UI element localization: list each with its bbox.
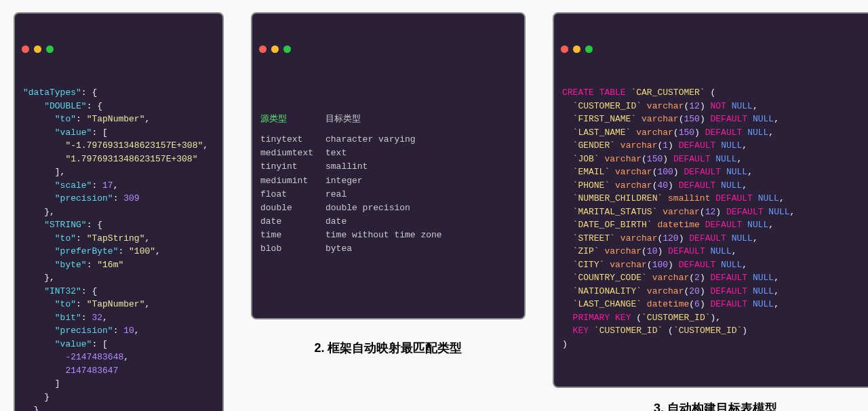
table-row: timetime without time zone [260,229,454,242]
column-1: "dataTypes": { "DOUBLE": { "to": "TapNum… [14,12,224,411]
close-icon [22,45,29,53]
table-row: tinytextcharacter varying [260,133,454,146]
code-body-3: CREATE TABLE `CAR_CUSTOMER` ( `CUSTOMER_… [554,82,868,360]
src-type: tinyint [260,160,326,174]
table-row: blobbytea [260,242,454,256]
table-row: datedate [260,215,454,229]
col-target-header: 目标类型 [326,113,454,133]
code-body-1: "dataTypes": { "DOUBLE": { "to": "TapNum… [15,82,222,411]
window-chrome [252,40,524,56]
src-type: date [260,215,326,229]
dst-type: time without time zone [326,229,454,242]
dst-type: character varying [326,133,454,146]
dst-type: text [326,146,454,160]
table-row: mediumtexttext [260,146,454,160]
column-2: 源类型 目标类型 tinytextcharacter varyingmedium… [251,12,526,356]
src-type: double [260,201,326,215]
close-icon [561,45,568,53]
caption-3: 3. 自动构建目标表模型 [654,400,777,411]
zoom-icon [283,45,291,53]
dst-type: real [326,188,454,201]
src-type: mediumtext [260,146,326,160]
code-window-1: "dataTypes": { "DOUBLE": { "to": "TapNum… [14,12,224,411]
code-window-2: 源类型 目标类型 tinytextcharacter varyingmedium… [251,12,526,319]
window-chrome [554,40,868,56]
zoom-icon [585,45,593,53]
close-icon [259,45,267,53]
col-source-header: 源类型 [260,113,326,133]
type-mapping-table: 源类型 目标类型 tinytextcharacter varyingmedium… [260,113,454,256]
window-chrome [15,40,222,56]
src-type: tinytext [260,133,326,146]
minimize-icon [271,45,279,53]
dst-type: bytea [326,242,454,256]
caption-2: 2. 框架自动映射最匹配类型 [314,340,462,356]
src-type: blob [260,242,326,256]
src-type: time [260,229,326,242]
dst-type: date [326,215,454,229]
layout-row: "dataTypes": { "DOUBLE": { "to": "TapNum… [0,0,868,411]
code-window-3: CREATE TABLE `CAR_CUSTOMER` ( `CUSTOMER_… [553,12,868,388]
dst-type: double precision [326,201,454,215]
dst-type: smallint [326,160,454,174]
dst-type: integer [326,174,454,188]
code-body-2: 源类型 目标类型 tinytextcharacter varyingmedium… [252,82,524,292]
src-type: float [260,188,326,201]
zoom-icon [46,45,54,53]
table-row: doubledouble precision [260,201,454,215]
table-row: mediumintinteger [260,174,454,188]
minimize-icon [573,45,580,53]
table-row: floatreal [260,188,454,201]
table-row: tinyintsmallint [260,160,454,174]
minimize-icon [34,45,41,53]
column-3: CREATE TABLE `CAR_CUSTOMER` ( `CUSTOMER_… [553,12,868,411]
src-type: mediumint [260,174,326,188]
